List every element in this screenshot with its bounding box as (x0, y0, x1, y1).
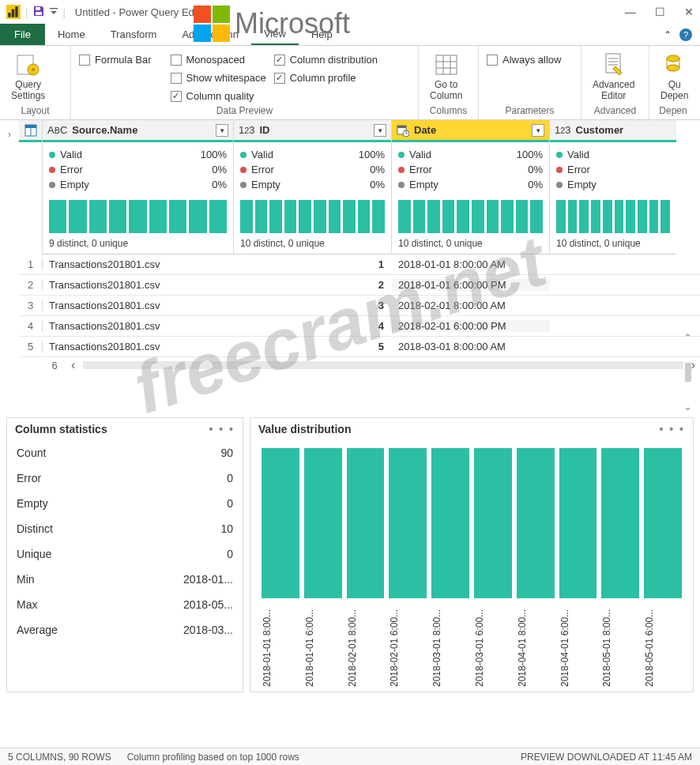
checkbox-always-allow[interactable]: Always allow (487, 54, 561, 66)
group-advanced-label: Advanced (589, 103, 641, 118)
vertical-scroll-arrows[interactable]: ⌃ ⌄ (683, 332, 692, 413)
qat-customize-icon[interactable] (50, 6, 58, 18)
status-preview-time: PREVIEW DOWNLOADED AT 11:45 AM (521, 752, 692, 763)
svg-rect-3 (15, 6, 17, 17)
type-number-icon: 123 (239, 124, 255, 136)
svg-point-9 (32, 68, 35, 71)
checkbox-column-profile[interactable]: ✓Column profile (274, 72, 378, 84)
horizontal-scrollbar[interactable]: 6 ‹ › (19, 357, 700, 373)
rownum-header[interactable] (19, 120, 42, 142)
column-header-source-name[interactable]: ABC Source.Name ▾ (43, 120, 233, 142)
query-settings-button[interactable]: Query Settings (8, 51, 48, 103)
scroll-left-icon[interactable]: ‹ (66, 358, 80, 372)
table-icon (24, 124, 37, 137)
scroll-thumb[interactable] (685, 363, 691, 382)
vd-menu-icon[interactable]: • • • (660, 423, 685, 435)
vd-category-label: 2018-03-01 8:00... (431, 600, 469, 687)
tab-transform[interactable]: Transform (98, 24, 170, 45)
microsoft-watermark: Microsoft (194, 0, 350, 47)
checkbox-column-distribution[interactable]: ✓Column distribution (274, 54, 378, 66)
query-dependencies-button[interactable]: Qu Depen (657, 51, 691, 103)
status-bar: 5 COLUMNS, 90 ROWS Column profiling base… (0, 748, 700, 765)
queries-pane-expander[interactable]: › (0, 120, 19, 413)
checkbox-show-whitespace[interactable]: Show whitespace (171, 72, 266, 84)
window-title: Untitled - Power Query Editor (75, 6, 209, 18)
vd-category-label: 2018-01-01 8:00... (262, 600, 299, 687)
collapse-ribbon-icon[interactable]: ⌃ (664, 29, 672, 40)
column-header-date[interactable]: Date ▾ (392, 120, 549, 142)
minimize-icon[interactable]: — (625, 6, 636, 18)
qat-separator: | (25, 6, 28, 18)
checkbox-column-quality[interactable]: ✓Column quality (171, 90, 266, 102)
svg-rect-6 (50, 8, 58, 9)
scroll-track[interactable] (83, 361, 683, 369)
stat-row: Count90 (7, 440, 243, 465)
vd-category-label: 2018-05-01 6:00... (644, 600, 682, 687)
svg-rect-25 (397, 126, 406, 128)
vd-category-label: 2018-03-01 6:00... (474, 600, 512, 687)
table-row[interactable]: 2Transactions201801.csv22018-01-01 6:00:… (19, 275, 700, 296)
maximize-icon[interactable]: ☐ (655, 6, 665, 18)
app-icon (6, 5, 21, 19)
table-row[interactable]: 5Transactions201801.csv52018-03-01 8:00:… (19, 337, 700, 357)
vd-category-label: 2018-01-01 6:00... (304, 600, 342, 687)
vd-category-label: 2018-05-01 8:00... (601, 600, 639, 687)
stat-row: Distinct10 (7, 516, 243, 541)
status-profiling: Column profiling based on top 1000 rows (127, 752, 299, 763)
group-layout-label: Layout (8, 103, 62, 118)
value-distribution-panel: Value distribution• • • 2018-01-01 8:00.… (250, 417, 694, 692)
type-datetime-icon (397, 124, 409, 137)
ribbon-body: Query Settings Layout Formula Bar Monosp… (0, 46, 700, 120)
group-data-preview-label: Data Preview (79, 103, 410, 118)
goto-column-button[interactable]: Go to Column (427, 51, 465, 103)
filter-dropdown-icon[interactable]: ▾ (216, 124, 228, 137)
filter-dropdown-icon[interactable]: ▾ (532, 124, 544, 137)
stat-row: Unique0 (7, 541, 243, 567)
qat-separator-2: | (62, 6, 65, 18)
column-header-customer[interactable]: 123 Customer (550, 120, 676, 142)
type-number-icon: 123 (555, 124, 571, 136)
close-icon[interactable]: ✕ (684, 6, 694, 18)
vd-category-label: 2018-02-01 8:00... (347, 600, 385, 687)
svg-point-20 (667, 65, 679, 71)
group-parameters-label: Parameters (487, 103, 573, 118)
stat-row: Error0 (7, 465, 243, 491)
table-row[interactable]: 3Transactions201801.csv32018-02-01 8:00:… (19, 296, 700, 316)
vd-category-label: 2018-02-01 6:00... (389, 600, 427, 687)
column-header-id[interactable]: 123 ID ▾ (234, 120, 391, 142)
vd-category-label: 2018-04-01 6:00... (559, 600, 597, 687)
stat-row: Empty0 (7, 491, 243, 516)
type-text-icon: ABC (47, 124, 67, 136)
vd-category-label: 2018-04-01 8:00... (517, 600, 555, 687)
table-row[interactable]: 1Transactions201801.csv12018-01-01 8:00:… (19, 254, 700, 275)
group-dependencies-label: Depen (657, 103, 689, 118)
stats-menu-icon[interactable]: • • • (209, 423, 235, 435)
status-columns-rows: 5 COLUMNS, 90 ROWS (8, 752, 111, 763)
tab-file[interactable]: File (0, 24, 45, 45)
column-statistics-panel: Column statistics• • • Count90Error0Empt… (6, 417, 243, 692)
stats-title: Column statistics (15, 423, 107, 435)
table-row[interactable]: 4Transactions201801.csv42018-02-01 6:00:… (19, 316, 700, 337)
stat-row: Min2018-01... (7, 567, 243, 592)
help-icon[interactable]: ? (679, 28, 692, 41)
tab-home[interactable]: Home (45, 24, 98, 45)
stat-row: Max2018-05... (7, 592, 243, 617)
svg-rect-2 (12, 9, 14, 17)
svg-rect-1 (8, 13, 10, 17)
checkbox-monospaced[interactable]: Monospaced (171, 54, 266, 66)
save-icon[interactable] (32, 5, 45, 20)
svg-point-19 (667, 55, 679, 62)
scroll-up-icon[interactable]: ⌃ (683, 332, 692, 344)
checkbox-formula-bar[interactable]: Formula Bar (79, 54, 152, 66)
svg-rect-5 (36, 12, 42, 15)
group-columns-label: Columns (427, 103, 470, 118)
svg-rect-4 (36, 7, 40, 10)
scroll-down-icon[interactable]: ⌄ (683, 401, 692, 413)
filter-dropdown-icon[interactable]: ▾ (374, 124, 386, 137)
svg-rect-10 (436, 55, 457, 74)
vd-title: Value distribution (258, 423, 351, 435)
value-distribution-chart (250, 440, 693, 598)
advanced-editor-button[interactable]: Advanced Editor (589, 51, 638, 103)
stat-row: Average2018-03... (7, 617, 243, 643)
main-area: › ABC Source.Name ▾ Valid100% Error0% Em… (0, 120, 700, 413)
